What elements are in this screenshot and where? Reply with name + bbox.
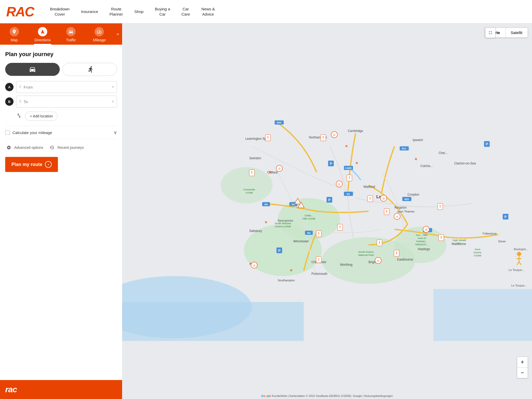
tab-traffic-label: Traffic bbox=[66, 38, 76, 42]
mileage-row: Calculate your mileage ∨ bbox=[5, 126, 117, 139]
recent-journeys-link[interactable]: Recent journeys bbox=[48, 144, 84, 151]
from-input[interactable] bbox=[24, 85, 112, 89]
svg-text:⊙: ⊙ bbox=[333, 133, 335, 136]
tab-map[interactable]: Map bbox=[0, 23, 28, 45]
nav-breakdown-cover[interactable]: Breakdown Cover bbox=[44, 4, 75, 19]
map-svg: M40 A1(M) M1 M11 M4 M4 M25 M3 M20 Oxford… bbox=[122, 23, 532, 399]
svg-text:⊙: ⊙ bbox=[425, 228, 427, 231]
plan-route-button[interactable]: Plan my route › bbox=[5, 157, 58, 172]
svg-text:!: ! bbox=[441, 235, 442, 240]
svg-text:Eastbourne: Eastbourne bbox=[397, 258, 413, 261]
svg-text:Downs: Downs bbox=[474, 251, 481, 254]
svg-text:!: ! bbox=[318, 231, 320, 236]
zoom-in-button[interactable]: + bbox=[517, 357, 528, 367]
collapse-sidebar-button[interactable]: « bbox=[114, 23, 122, 45]
expand-map-button[interactable] bbox=[485, 28, 496, 38]
svg-text:Croydon: Croydon bbox=[408, 193, 419, 196]
car-mode-button[interactable] bbox=[5, 63, 60, 76]
to-marker: B bbox=[5, 97, 14, 106]
svg-text:!: ! bbox=[297, 201, 298, 204]
svg-text:Kent: Kent bbox=[475, 248, 480, 251]
tab-mileage[interactable]: Mileage bbox=[85, 23, 114, 45]
mode-buttons bbox=[5, 63, 117, 76]
svg-text:Swindon: Swindon bbox=[249, 156, 261, 160]
mileage-checkbox[interactable] bbox=[5, 130, 10, 135]
svg-text:Colche...: Colche... bbox=[421, 164, 433, 168]
svg-text:!: ! bbox=[301, 205, 302, 208]
nav-insurance[interactable]: Insurance bbox=[75, 6, 104, 17]
bottom-options: Advanced options Recent journeys bbox=[5, 144, 117, 151]
walk-mode-button[interactable] bbox=[62, 63, 117, 76]
svg-text:Folkestone: Folkestone bbox=[483, 232, 497, 235]
svg-text:Hastings: Hastings bbox=[418, 247, 430, 251]
sidebar: Map Directions Traffic Mileage « bbox=[0, 23, 122, 399]
nav-shop[interactable]: Shop bbox=[129, 6, 149, 17]
svg-text:Le Touque...: Le Touque... bbox=[511, 284, 527, 287]
svg-text:Le Touque...: Le Touque... bbox=[509, 268, 524, 271]
svg-text:upon Thames: upon Thames bbox=[397, 210, 415, 213]
svg-text:Kingston: Kingston bbox=[395, 206, 407, 209]
main-layout: Map Directions Traffic Mileage « bbox=[0, 23, 532, 399]
svg-text:!: ! bbox=[251, 170, 252, 175]
svg-text:P: P bbox=[278, 249, 281, 252]
map-attribution-text: Kurzbefehle | Kartendaten © 2022 GeoBasi… bbox=[272, 394, 393, 397]
svg-text:⊙: ⊙ bbox=[278, 167, 281, 170]
nav-car-care[interactable]: Car Care bbox=[176, 4, 196, 19]
tab-map-label: Map bbox=[11, 38, 18, 42]
svg-text:Cotswolds: Cotswolds bbox=[243, 188, 255, 191]
svg-text:AC...: AC... bbox=[456, 242, 462, 245]
from-marker: A bbox=[5, 83, 14, 91]
svg-text:Oxford: Oxford bbox=[267, 170, 277, 174]
to-input[interactable] bbox=[24, 99, 112, 104]
svg-text:!: ! bbox=[379, 241, 380, 245]
svg-text:×: × bbox=[345, 144, 348, 148]
zoom-out-button[interactable]: − bbox=[517, 368, 528, 378]
svg-text:!: ! bbox=[318, 257, 320, 262]
svg-text:×: × bbox=[415, 157, 417, 161]
svg-text:×: × bbox=[265, 220, 267, 224]
journey-title: Plan your journey bbox=[5, 51, 117, 58]
svg-text:Natural E...: Natural E... bbox=[415, 243, 428, 246]
svg-text:⊙: ⊙ bbox=[338, 183, 340, 186]
svg-text:P: P bbox=[328, 198, 331, 202]
svg-text:North Wessex: North Wessex bbox=[275, 222, 291, 225]
advanced-options-link[interactable]: Advanced options bbox=[5, 144, 43, 151]
from-clear-button[interactable]: × bbox=[112, 85, 114, 89]
svg-rect-3 bbox=[122, 302, 304, 341]
to-drag-handle: ⠿ bbox=[19, 99, 22, 104]
svg-text:Salisbury: Salisbury bbox=[249, 229, 262, 233]
form-area: Plan your journey A ⠿ × bbox=[0, 45, 122, 380]
add-location-button[interactable]: + Add location bbox=[25, 112, 58, 121]
tab-mileage-label: Mileage bbox=[93, 38, 106, 42]
svg-rect-2 bbox=[433, 289, 532, 341]
svg-text:!: ! bbox=[340, 225, 341, 229]
svg-text:P: P bbox=[504, 215, 507, 219]
nav-route-planner[interactable]: Route Planner bbox=[104, 4, 129, 19]
mileage-chevron-icon[interactable]: ∨ bbox=[114, 130, 117, 135]
svg-text:×: × bbox=[269, 170, 271, 174]
svg-text:Outstan...: Outstan... bbox=[416, 240, 427, 243]
to-input-wrap: ⠿ × bbox=[16, 96, 117, 108]
tab-traffic[interactable]: Traffic bbox=[57, 23, 85, 45]
svg-text:!: ! bbox=[323, 135, 324, 139]
tab-bar: Map Directions Traffic Mileage « bbox=[0, 23, 122, 45]
svg-text:Chel...: Chel... bbox=[438, 151, 448, 155]
svg-text:!: ! bbox=[386, 209, 387, 214]
swap-route-button[interactable] bbox=[16, 113, 22, 120]
rac-logo[interactable]: RAC bbox=[6, 5, 34, 18]
zoom-controls: + − bbox=[517, 357, 528, 378]
svg-text:M1: M1 bbox=[347, 193, 350, 195]
svg-text:Area of: Area of bbox=[417, 237, 426, 240]
svg-text:!: ! bbox=[369, 196, 371, 201]
map-satellit-button[interactable]: Satellit bbox=[506, 28, 528, 37]
nav-buying-car[interactable]: Buying a Car bbox=[149, 4, 176, 19]
recent-journeys-label: Recent journeys bbox=[57, 145, 84, 150]
to-clear-button[interactable]: × bbox=[112, 99, 114, 104]
nav-news-advice[interactable]: News & Advice bbox=[196, 4, 221, 19]
plan-route-chevron-icon: › bbox=[45, 161, 52, 168]
svg-text:Clacton-on-Sea: Clacton-on-Sea bbox=[454, 162, 476, 165]
from-drag-handle: ⠿ bbox=[19, 85, 22, 89]
tab-directions[interactable]: Directions bbox=[28, 23, 57, 45]
svg-text:P: P bbox=[330, 162, 332, 165]
header: RAC Breakdown Cover Insurance Route Plan… bbox=[0, 0, 532, 23]
